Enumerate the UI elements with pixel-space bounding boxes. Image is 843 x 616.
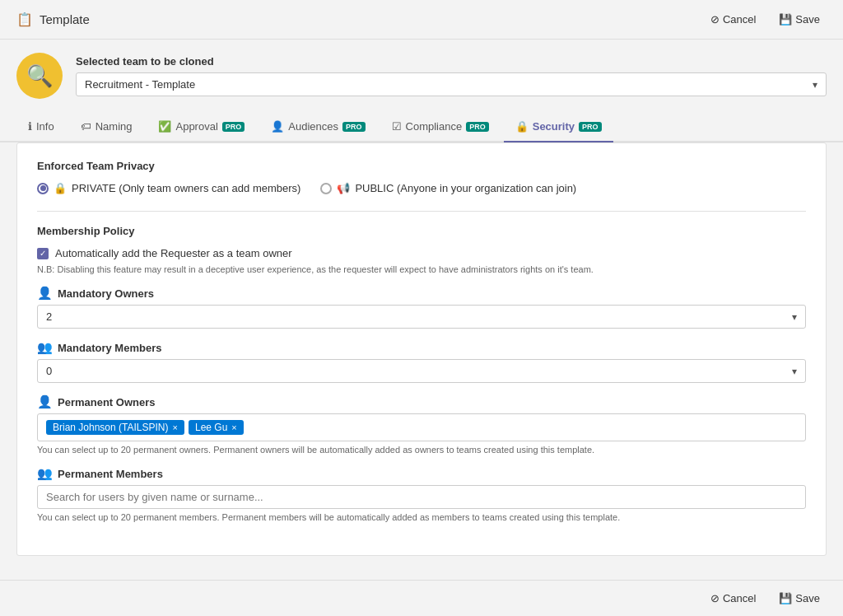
owner-tag-lee-label: Lee Gu <box>195 422 227 433</box>
owner-tag-brian[interactable]: Brian Johnson (TAILSPIN) × <box>46 420 184 435</box>
private-icon: 🔒 <box>54 182 67 194</box>
info-icon: ℹ <box>28 120 32 133</box>
membership-section-title: Membership Policy <box>37 225 806 237</box>
mandatory-owners-label: Mandatory Owners <box>58 287 154 300</box>
team-section: 🔍 Selected team to be cloned Recruitment… <box>0 40 843 112</box>
mandatory-members-label-row: 👥 Mandatory Members <box>37 340 806 355</box>
private-label: PRIVATE (Only team owners can add member… <box>72 182 300 194</box>
privacy-options: 🔒 PRIVATE (Only team owners can add memb… <box>37 182 806 194</box>
public-icon: 📢 <box>337 182 350 194</box>
tab-approval[interactable]: ✅ Approval Pro <box>147 112 256 142</box>
auto-add-row: Automatically add the Requester as a tea… <box>37 247 806 259</box>
footer: ⊘ Cancel 💾 Save <box>0 580 843 616</box>
mandatory-members-select[interactable]: 0 ▾ <box>37 359 806 383</box>
compliance-icon: ☑ <box>392 120 402 133</box>
permanent-owners-helper: You can select up to 20 permanent owners… <box>37 445 806 455</box>
permanent-members-helper: You can select up to 20 permanent member… <box>37 512 806 522</box>
permanent-members-input[interactable] <box>37 485 806 509</box>
tab-naming[interactable]: 🏷 Naming <box>69 112 144 142</box>
tab-compliance[interactable]: ☑ Compliance Pro <box>380 112 501 142</box>
chevron-down-icon: ▾ <box>813 79 817 91</box>
auto-add-label: Automatically add the Requester as a tea… <box>55 247 292 259</box>
page-title: Template <box>40 12 90 26</box>
permanent-owners-label: Permanent Owners <box>58 396 156 408</box>
mandatory-owners-select[interactable]: 2 ▾ <box>37 305 806 329</box>
team-dropdown-value: Recruitment - Template <box>85 78 195 91</box>
public-radio[interactable] <box>320 183 332 194</box>
privacy-public-option[interactable]: 📢 PUBLIC (Anyone in your organization ca… <box>320 182 576 194</box>
privacy-section: Enforced Team Privacy 🔒 PRIVATE (Only te… <box>37 160 806 194</box>
tab-audiences[interactable]: 👤 Audiences Pro <box>259 112 376 142</box>
approval-pro-badge: Pro <box>222 122 245 132</box>
save-icon: 💾 <box>779 13 792 26</box>
header: 📋 Template ⊘ Cancel 💾 Save <box>0 0 843 40</box>
owner-tag-lee-remove[interactable]: × <box>231 422 236 432</box>
security-icon: 🔒 <box>515 120 529 133</box>
permanent-owners-icon: 👤 <box>37 394 53 409</box>
content-card: Enforced Team Privacy 🔒 PRIVATE (Only te… <box>16 142 827 556</box>
footer-cancel-icon: ⊘ <box>710 592 720 604</box>
tabs-bar: ℹ Info 🏷 Naming ✅ Approval Pro 👤 Audienc… <box>0 112 843 142</box>
mandatory-owners-label-row: 👤 Mandatory Owners <box>37 286 806 301</box>
cancel-icon: ⊘ <box>710 13 720 26</box>
owner-tag-brian-label: Brian Johnson (TAILSPIN) <box>53 422 169 433</box>
owners-chevron-icon: ▾ <box>792 311 797 323</box>
team-section-label: Selected team to be cloned <box>76 55 827 68</box>
mandatory-owners-value: 2 <box>46 310 52 323</box>
members-icon: 👥 <box>37 340 53 355</box>
owner-tag-brian-remove[interactable]: × <box>173 422 178 432</box>
header-actions: ⊘ Cancel 💾 Save <box>704 10 827 29</box>
permanent-members-label-row: 👥 Permanent Members <box>37 466 806 481</box>
footer-save-button[interactable]: 💾 Save <box>772 589 827 608</box>
permanent-owners-label-row: 👤 Permanent Owners <box>37 394 806 409</box>
auto-add-checkbox[interactable] <box>37 248 49 259</box>
audiences-icon: 👤 <box>271 120 284 133</box>
audiences-pro-badge: Pro <box>342 122 366 132</box>
privacy-private-option[interactable]: 🔒 PRIVATE (Only team owners can add memb… <box>37 182 300 194</box>
owners-icon: 👤 <box>37 286 53 301</box>
permanent-members-icon: 👥 <box>37 466 53 481</box>
header-left: 📋 Template <box>16 12 90 27</box>
membership-section: Membership Policy Automatically add the … <box>37 225 806 522</box>
main-content: Enforced Team Privacy 🔒 PRIVATE (Only te… <box>0 142 843 580</box>
template-icon: 📋 <box>16 12 33 27</box>
public-label: PUBLIC (Anyone in your organization can … <box>355 182 576 194</box>
security-pro-badge: Pro <box>579 122 602 132</box>
membership-note: N.B: Disabling this feature may result i… <box>37 264 806 274</box>
team-dropdown[interactable]: Recruitment - Template ▾ <box>76 72 827 96</box>
approval-icon: ✅ <box>158 120 171 133</box>
members-chevron-icon: ▾ <box>792 366 797 377</box>
tab-security[interactable]: 🔒 Security Pro <box>504 112 613 142</box>
naming-icon: 🏷 <box>81 120 91 133</box>
permanent-owners-input[interactable]: Brian Johnson (TAILSPIN) × Lee Gu × <box>37 413 806 441</box>
divider-1 <box>37 211 806 212</box>
footer-save-icon: 💾 <box>779 592 792 604</box>
owner-tag-lee[interactable]: Lee Gu × <box>189 420 244 435</box>
team-content: Selected team to be cloned Recruitment -… <box>76 55 827 96</box>
mandatory-members-label: Mandatory Members <box>58 342 161 354</box>
team-icon: 🔍 <box>16 53 63 99</box>
private-radio[interactable] <box>37 183 49 194</box>
privacy-section-title: Enforced Team Privacy <box>37 160 806 172</box>
tab-info[interactable]: ℹ Info <box>16 112 66 142</box>
permanent-members-label: Permanent Members <box>58 468 163 480</box>
mandatory-members-value: 0 <box>46 365 52 377</box>
header-save-button[interactable]: 💾 Save <box>772 10 827 29</box>
compliance-pro-badge: Pro <box>466 122 489 132</box>
header-cancel-button[interactable]: ⊘ Cancel <box>704 10 762 29</box>
footer-cancel-button[interactable]: ⊘ Cancel <box>704 589 762 608</box>
